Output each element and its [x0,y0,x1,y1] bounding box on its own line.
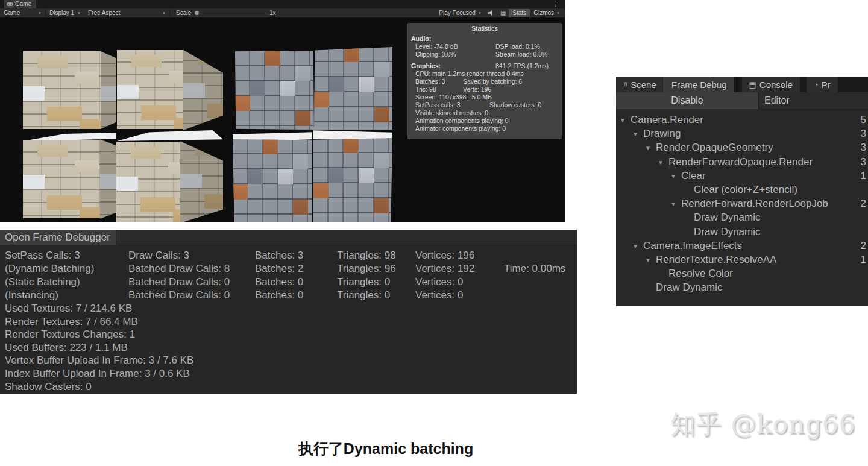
caption-text: 执行了Dynamic batching [298,439,473,459]
tab-frame-debug[interactable]: Frame Debug [664,77,735,92]
cube-brick-side [101,51,116,129]
game-window: Game ⋮ Game▼ Display 1▼ Free Aspect▼ Sca… [0,0,565,222]
tree-item-label: Drawing [643,128,681,139]
stream-load: Stream load: 0.0% [495,51,547,58]
tree-row[interactable]: ▼Render.OpaqueGeometry3 [616,140,868,154]
scene-grid-icon: # [623,80,627,89]
tab-profiler[interactable]: ◔ Pr [807,77,838,92]
expand-arrow-icon[interactable]: ▼ [658,156,668,169]
expand-arrow-icon[interactable]: ▼ [632,127,643,141]
tree-row[interactable]: Draw Dynamic [616,210,868,224]
chevron-down-icon: ▼ [478,11,482,15]
cube-top-face [117,130,223,141]
tab-scene[interactable]: # Scene [616,77,664,92]
vsync-grid-icon[interactable]: ▦ [500,10,506,16]
tree-item-label: Camera.ImageEffects [643,240,742,251]
kebab-menu-icon[interactable]: ⋮ [553,0,559,8]
tree-item-count: 2 [861,197,866,210]
open-frame-debugger-button[interactable]: Open Frame Debugger [0,230,116,245]
batches-stat: Batches: 3 [415,78,445,85]
cube-brick-front [23,140,100,218]
expand-arrow-icon[interactable]: ▼ [645,253,656,267]
fd-stat-line: Used Buffers: 223 / 1.1 MB [5,341,577,354]
game-viewport[interactable]: Statistics Audio: Level: -74.8 dB DSP lo… [0,18,565,222]
tab-game[interactable]: Game [4,0,36,8]
frame-debugger-stats-panel: Open Frame Debugger SetPass Calls: 3Draw… [0,230,577,394]
page: Game ⋮ Game▼ Display 1▼ Free Aspect▼ Sca… [0,0,868,466]
tree-item-count: 1 [861,169,866,183]
watermark: 知乎 @kong66 [670,408,855,441]
tree-row[interactable]: Clear (color+Z+stencil) [616,183,868,197]
dsp-load: DSP load: 0.1% [495,43,540,51]
statistics-title: Statistics [411,25,558,32]
frame-debug-window: # Scene Frame Debug ▤ Console ◔ Pr Disab… [616,77,868,306]
tris-stat: Tris: 98 [415,86,436,93]
tree-row[interactable]: ▼RenderTexture.ResolveAA1 [616,253,868,266]
fd-stat-line: Shadow Casters: 0 [5,380,577,394]
fd-stat-line: Index Buffer Upload In Frame: 3 / 0.6 KB [5,367,577,380]
animation-stat: Animation components playing: 0 [415,117,509,124]
tree-item-count: 5 [861,113,866,127]
cube-brick-front [116,142,180,222]
cube-stone-front [314,47,392,130]
scale-value: 1x [269,10,276,16]
scale-label: Scale [176,10,191,16]
cube-stone-front [313,138,392,222]
editor-target-dropdown[interactable]: Editor [760,92,868,109]
fd-stats-row: SetPass Calls: 3Draw Calls: 3Batches: 3T… [5,249,577,262]
tree-item-label: Render.OpaqueGeometry [656,142,773,153]
tree-row[interactable]: Draw Dynamic [616,280,868,294]
cube-stone-front [235,51,314,130]
gizmos-dropdown[interactable]: Gizmos▼ [530,10,565,16]
tree-row[interactable]: ▼Clear1 [616,169,868,183]
display-mode-dropdown[interactable]: Game▼ [0,8,46,18]
scale-control: Scale 1x [170,10,276,16]
cube-brick-front [117,50,183,129]
tree-row[interactable]: Resolve Color [616,266,868,280]
expand-arrow-icon[interactable]: ▼ [620,113,631,127]
chevron-down-icon: ▼ [162,11,166,15]
aspect-ratio-dropdown[interactable]: Free Aspect▼ [84,8,170,18]
tree-item-label: Clear [681,170,706,181]
game-tabstrip: Game ⋮ [0,0,565,8]
skinned-meshes-stat: Visible skinned meshes: 0 [415,109,488,116]
fps-value: 841.2 FPS (1.2ms) [495,62,549,70]
scale-slider[interactable] [195,13,266,13]
screen-stat: Screen: 1107x398 - 5.0 MB [415,93,492,101]
animator-stat: Animator components playing: 0 [415,125,506,132]
scale-slider-knob[interactable] [195,11,199,15]
tree-row[interactable]: Draw Dynamic [616,225,868,239]
tree-row[interactable]: ▼Camera.Render5 [616,113,868,127]
tree-row[interactable]: ▼Drawing3 [616,127,868,140]
statistics-overlay: Statistics Audio: Level: -74.8 dB DSP lo… [407,23,562,139]
stats-toggle-button[interactable]: Stats [509,9,530,17]
disable-button[interactable]: Disable [616,92,760,109]
tree-item-label: Draw Dynamic [656,282,723,293]
graphics-section-label: Graphics: [411,62,441,69]
setpass-stat: SetPass calls: 3 [415,101,461,109]
cube-brick-side [100,139,116,219]
tree-row[interactable]: ▼RenderForwardOpaque.Render3 [616,155,868,169]
gamepad-icon [7,2,13,6]
console-lines-icon: ▤ [749,80,756,89]
expand-arrow-icon[interactable]: ▼ [645,141,656,155]
fd-tree: ▼Camera.Render5▼Drawing3▼Render.OpaqueGe… [616,112,868,306]
tree-row[interactable]: ▼Camera.ImageEffects2 [616,239,868,253]
profiler-stopwatch-icon: ◔ [814,80,819,89]
audio-clipping: Clipping: 0.0% [415,51,456,58]
tree-item-label: Clear (color+Z+stencil) [694,184,797,195]
tab-console[interactable]: ▤ Console [742,77,800,92]
cube-brick-side [180,139,223,222]
expand-arrow-icon[interactable]: ▼ [632,239,643,253]
tree-item-count: 2 [861,239,866,253]
display-target-dropdown[interactable]: Display 1▼ [46,8,84,18]
expand-arrow-icon[interactable]: ▼ [670,197,681,211]
fd-stat-line: Vertex Buffer Upload In Frame: 3 / 7.6 K… [5,354,577,367]
expand-arrow-icon[interactable]: ▼ [670,169,681,183]
frame-debug-controls: Disable Editor [616,92,868,109]
fd-stat-line: Used Textures: 7 / 214.6 KB [5,302,577,315]
tree-row[interactable]: ▼RenderForward.RenderLoopJob2 [616,197,868,210]
play-focused-dropdown[interactable]: Play Focused▼ [435,8,485,18]
mute-audio-icon[interactable] [488,10,494,16]
game-tab-label: Game [15,0,31,8]
